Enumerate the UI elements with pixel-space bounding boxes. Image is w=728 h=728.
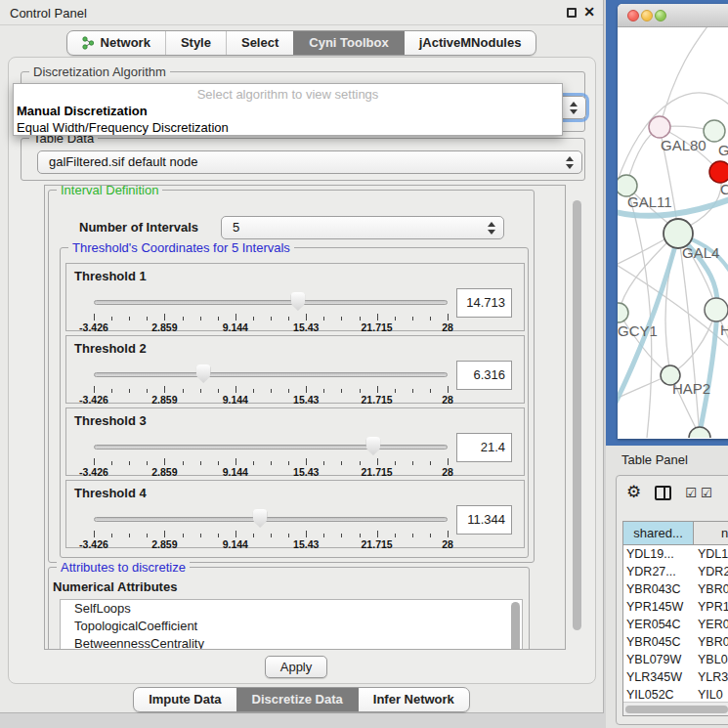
slider-tick (253, 534, 254, 537)
attribute-list-item[interactable]: BetweennessCentrality (61, 635, 522, 650)
node-pink[interactable] (649, 116, 670, 138)
slider-tick (147, 534, 148, 537)
cyni-toolbox-panel: Discretization Algorithm Select algorith… (8, 57, 596, 684)
tab-impute-data[interactable]: Impute Data (134, 688, 236, 711)
node-bottom[interactable] (689, 427, 710, 438)
slider-thumb[interactable] (253, 509, 268, 528)
node-red-selected[interactable] (709, 161, 728, 183)
slider-thumb[interactable] (290, 292, 305, 311)
table-row[interactable]: YBR043CYBR0 (623, 580, 728, 598)
table-row[interactable]: YPR145WYPR1 (623, 598, 728, 616)
threshold-3-slider[interactable]: -3.4262.8599.14415.4321.71528 (94, 436, 448, 475)
interval-definition-group: Interval Definition Number of Intervals … (48, 190, 535, 563)
bottom-tab-bar: Impute Data Discretize Data Infer Networ… (0, 687, 603, 712)
table-cell: YBR043C (623, 580, 694, 598)
table-panel-title: Table Panel (621, 452, 688, 467)
slider-scale-labels: -3.4262.8599.14415.4321.71528 (94, 466, 448, 478)
slider-tick (253, 317, 254, 321)
slider-tick (271, 317, 272, 321)
float-window-icon[interactable] (567, 8, 577, 18)
slider-tick (200, 461, 201, 465)
slider-thumb[interactable] (365, 437, 380, 455)
slider-scale-label: 21.715 (362, 538, 393, 550)
algorithm-option-manual[interactable]: Manual Discretization (17, 103, 559, 119)
algorithm-option-equal-width[interactable]: Equal Width/Frequency Discretization (17, 119, 559, 136)
slider-thumb[interactable] (196, 364, 211, 383)
column-header-name[interactable]: na (694, 522, 728, 544)
tab-style[interactable]: Style (165, 31, 226, 55)
tab-select[interactable]: Select (226, 31, 293, 55)
threshold-3-value-field[interactable]: 21.4 (456, 433, 512, 462)
slider-track[interactable] (94, 372, 448, 377)
minimize-traffic-light-icon[interactable] (641, 10, 653, 21)
gear-icon[interactable]: ⚙ (626, 484, 641, 501)
slider-tick (183, 461, 184, 465)
select-checkbox-icon[interactable]: ☑ (685, 486, 698, 500)
node-green[interactable] (704, 120, 725, 142)
table-cell: YBR0 (694, 633, 728, 651)
slider-track[interactable] (94, 445, 448, 450)
table-header-row: shared... na (623, 522, 728, 545)
algorithm-hint-option[interactable]: Select algorithm to view settings (14, 87, 562, 102)
slider-tick (395, 317, 396, 321)
threshold-4-value-field[interactable]: 11.344 (456, 505, 512, 535)
tab-network[interactable]: Network (67, 31, 165, 55)
slider-tick (253, 389, 254, 393)
threshold-2-slider[interactable]: -3.4262.8599.14415.4321.71528 (94, 364, 448, 403)
table-row[interactable]: YDL19...YDL1 (623, 545, 728, 563)
num-intervals-combobox[interactable]: 5 (221, 216, 504, 239)
attribute-list-item[interactable]: SelfLoops (61, 600, 522, 618)
table-row[interactable]: YLR345WYLR3 (623, 668, 728, 686)
slider-tick (200, 389, 201, 393)
zoom-traffic-light-icon[interactable] (655, 10, 666, 21)
columns-icon[interactable] (655, 486, 671, 500)
slider-tick (448, 458, 449, 465)
threshold-4-slider[interactable]: -3.4262.8599.14415.4321.71528 (94, 508, 448, 547)
apply-button[interactable]: Apply (265, 656, 327, 678)
threshold-3-label: Threshold 3 (74, 413, 147, 428)
slider-tick (129, 534, 130, 537)
table-row[interactable]: YDR27...YDR2 (623, 563, 728, 580)
table-row[interactable]: YER054CYER0 (623, 616, 728, 633)
table-horizontal-scrollbar-track[interactable] (623, 702, 728, 715)
slider-tick (288, 461, 289, 465)
tab-infer-network[interactable]: Infer Network (358, 688, 469, 711)
node-right-mid[interactable] (705, 298, 728, 321)
network-canvas[interactable]: GAL80 GA C GAL11 GAL4 GCY1 H HAP2 (618, 27, 728, 438)
table-panel-section: Table Panel ⚙ ☑ ☑ shared... na YDL19...Y… (606, 446, 728, 728)
threshold-1-value-field[interactable]: 14.713 (456, 288, 512, 318)
tab-discretize-data[interactable]: Discretize Data (236, 688, 358, 711)
threshold-panel-3: Threshold 3 -3.4262.8599.14415.4321.7152… (65, 407, 525, 476)
node-gcy1[interactable] (618, 303, 628, 322)
close-traffic-light-icon[interactable] (627, 10, 639, 21)
threshold-1-label: Threshold 1 (74, 269, 147, 283)
select-all-checkbox-icon[interactable]: ☑ (701, 486, 713, 500)
table-data-combobox[interactable]: galFiltered.sif default node (37, 150, 582, 174)
table-horizontal-scrollbar[interactable] (625, 706, 728, 713)
slider-scale-label: 9.144 (223, 394, 248, 406)
threshold-1-slider[interactable]: -3.4262.8599.14415.4321.71528 (94, 291, 448, 330)
slider-scale-label: 28 (442, 394, 453, 406)
list-scrollbar[interactable] (511, 602, 520, 650)
slider-tick (200, 534, 201, 537)
table-panel-card: ⚙ ☑ ☑ shared... na YDL19...YDL1YDR27...Y… (616, 475, 728, 725)
threshold-2-value-field[interactable]: 6.316 (456, 361, 512, 390)
slider-tick (430, 317, 431, 321)
slider-tick (218, 317, 219, 321)
slider-track[interactable] (94, 300, 448, 305)
viewport-scrollbar[interactable] (573, 200, 581, 630)
tab-cyni-toolbox[interactable]: Cyni Toolbox (293, 31, 403, 55)
close-icon[interactable]: ✕ (583, 4, 595, 20)
numerical-attributes-heading: Numerical Attributes (53, 579, 177, 594)
slider-tick (253, 461, 254, 465)
numerical-attributes-list[interactable]: SelfLoopsTopologicalCoefficientBetweenne… (60, 599, 523, 650)
tab-jactivemnodules[interactable]: jActiveMNodules (404, 31, 536, 55)
table-row[interactable]: YBL079WYBL0 (623, 651, 728, 668)
table-row[interactable]: YBR045CYBR0 (623, 633, 728, 651)
column-header-shared-name[interactable]: shared... (623, 522, 694, 544)
slider-scale-labels: -3.4262.8599.14415.4321.71528 (94, 538, 448, 550)
table-cell: YBR0 (694, 580, 728, 598)
slider-track[interactable] (94, 517, 448, 522)
slider-ticks (94, 458, 448, 466)
attribute-list-item[interactable]: TopologicalCoefficient (61, 618, 522, 635)
